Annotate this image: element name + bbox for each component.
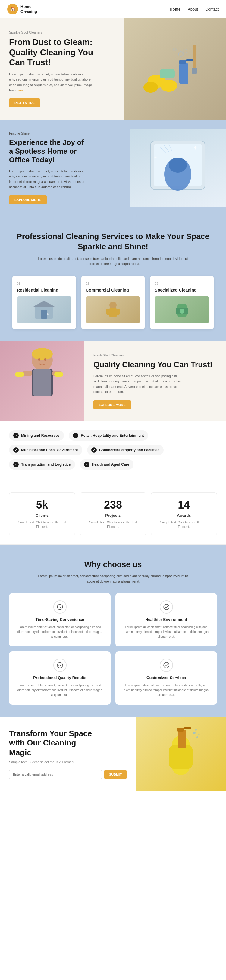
- custom-icon: [160, 659, 173, 672]
- nav-contact[interactable]: Contact: [205, 7, 219, 11]
- hero-image: [123, 18, 226, 119]
- experience-badge: Pristine Shine: [9, 132, 120, 135]
- stat-clients-label: Clients: [13, 513, 72, 518]
- why-card-health[interactable]: Healthier Environment Lorem ipsum dolor …: [115, 593, 217, 646]
- professional-section: Professional Cleaning Services to Make Y…: [0, 216, 226, 341]
- check-icon-health: ✓: [84, 462, 90, 467]
- quality-desc: Lorem ipsum dolor sit amet, consectetuer…: [93, 374, 184, 395]
- nav-links: Home About Contact: [170, 7, 219, 11]
- svg-rect-36: [23, 371, 32, 376]
- svg-rect-3: [179, 63, 188, 84]
- industry-health[interactable]: ✓ Health and Aged Care: [80, 459, 133, 469]
- hero-image-link[interactable]: here: [17, 88, 23, 92]
- industries-section: ✓ Mining and Resources ✓ Retail, Hospita…: [0, 422, 226, 483]
- service-card-residential[interactable]: 01 Residential Cleaning: [12, 276, 76, 329]
- hero-section: Sparkle Spot Cleaners From Dust to Gleam…: [0, 18, 226, 119]
- svg-point-43: [164, 604, 169, 610]
- experience-desc: Lorem ipsum dolor sit amet, consectetuer…: [9, 169, 87, 190]
- professional-desc: Lorem ipsum dolor sit amet, consectetuer…: [38, 256, 188, 267]
- svg-text:✦: ✦: [154, 155, 157, 160]
- experience-cta-button[interactable]: EXPLORE MORE: [9, 195, 47, 204]
- stat-awards: 14 Awards Sample text. Click to select t…: [151, 492, 217, 535]
- industry-row-1: ✓ Mining and Resources ✓ Retail, Hospita…: [9, 430, 217, 441]
- industry-row-2: ✓ Municipal and Local Government ✓ Comme…: [9, 445, 217, 455]
- svg-rect-27: [106, 309, 110, 315]
- svg-point-40: [38, 358, 40, 361]
- svg-rect-50: [184, 727, 191, 729]
- health-icon: [160, 600, 173, 614]
- why-card-quality[interactable]: Professional Quality Results Lorem ipsum…: [9, 651, 111, 705]
- svg-point-25: [109, 302, 117, 309]
- industry-municipal-label: Municipal and Local Government: [21, 448, 78, 452]
- svg-rect-35: [33, 369, 51, 396]
- quality-icon: [53, 659, 66, 672]
- svg-rect-37: [15, 372, 24, 377]
- card-num-1: 01: [17, 282, 20, 285]
- nav-home[interactable]: Home: [170, 7, 180, 11]
- industry-mining[interactable]: ✓ Mining and Resources: [9, 430, 64, 441]
- why-section: Why choose us Lorem ipsum dolor sit amet…: [0, 545, 226, 717]
- svg-point-44: [57, 662, 63, 668]
- logo[interactable]: 🏠 Home Cleaning: [7, 4, 37, 14]
- email-input[interactable]: [9, 770, 102, 779]
- email-form: SUBMIT: [9, 770, 126, 779]
- svg-rect-4: [179, 60, 186, 64]
- industry-retail[interactable]: ✓ Retail, Hospitality and Entertainment: [69, 430, 148, 441]
- svg-point-51: [193, 732, 196, 734]
- why-title: Why choose us: [9, 560, 217, 569]
- transform-sample-desc[interactable]: Sample text. Click to select the Text El…: [9, 760, 126, 764]
- card-num-2: 02: [86, 282, 89, 285]
- industry-mining-label: Mining and Resources: [21, 433, 60, 438]
- svg-point-1: [160, 80, 177, 92]
- check-icon-retail: ✓: [73, 433, 78, 438]
- stat-awards-desc[interactable]: Sample text. Click to select the Text El…: [154, 520, 213, 529]
- stat-clients-desc[interactable]: Sample text. Click to select the Text El…: [13, 520, 72, 529]
- why-card-custom[interactable]: Customized Services Lorem ipsum dolor si…: [115, 651, 217, 705]
- stat-projects-num: 238: [83, 499, 142, 511]
- logo-icon: 🏠: [7, 4, 18, 14]
- industry-transport[interactable]: ✓ Transportation and Logistics: [9, 459, 75, 469]
- service-card-commercial[interactable]: 02 Commercial Cleaning: [81, 276, 145, 329]
- hero-badge: Sparkle Spot Cleaners: [9, 30, 114, 34]
- svg-point-24: [47, 313, 49, 315]
- service-card-specialized[interactable]: 03 Specialized Cleaning: [150, 276, 214, 329]
- why-card-quality-desc: Lorem ipsum dolor sit amet, consectetuer…: [15, 683, 104, 697]
- stat-projects: 238 Projects Sample text. Click to selec…: [80, 492, 146, 535]
- stat-projects-desc[interactable]: Sample text. Click to select the Text El…: [83, 520, 142, 529]
- nav-about[interactable]: About: [188, 7, 198, 11]
- hero-cta-button[interactable]: READ MORE: [9, 99, 40, 107]
- stat-awards-num: 14: [154, 499, 213, 511]
- svg-rect-39: [54, 372, 63, 377]
- industry-health-label: Health and Aged Care: [92, 462, 129, 467]
- svg-rect-8: [160, 69, 175, 78]
- transform-title: Transform Your Space with Our Cleaning M…: [9, 729, 93, 757]
- hero-content: Sparkle Spot Cleaners From Dust to Gleam…: [0, 18, 123, 119]
- industry-commercial-label: Commercial Property and Facilities: [99, 448, 160, 452]
- svg-rect-28: [116, 309, 120, 315]
- industry-commercial[interactable]: ✓ Commercial Property and Facilities: [87, 445, 164, 455]
- svg-point-10: [173, 48, 176, 51]
- industry-municipal[interactable]: ✓ Municipal and Local Government: [9, 445, 82, 455]
- check-icon-municipal: ✓: [13, 447, 19, 453]
- svg-point-33: [32, 348, 53, 360]
- hero-illustration: [133, 33, 217, 105]
- svg-point-2: [144, 82, 158, 93]
- quality-cta-button[interactable]: EXPLORE MORE: [93, 400, 131, 409]
- why-desc: Lorem ipsum dolor sit amet, consectetuer…: [38, 573, 188, 584]
- transform-image: [136, 717, 226, 791]
- hero-title: From Dust to Gleam: Quality Cleaning You…: [9, 37, 100, 68]
- card-num-3: 03: [155, 282, 158, 285]
- svg-point-11: [183, 49, 187, 53]
- svg-point-9: [179, 52, 183, 56]
- why-card-time[interactable]: Time-Saving Convenience Lorem ipsum dolo…: [9, 593, 111, 646]
- quality-badge: Fresh Start Cleaners: [93, 353, 217, 357]
- stat-clients-num: 5k: [13, 499, 72, 511]
- quality-title: Quality Cleaning You Can Trust!: [93, 360, 217, 369]
- why-card-time-title: Time-Saving Convenience: [36, 617, 84, 622]
- card-image-residential: [17, 296, 71, 323]
- transform-section: Transform Your Space with Our Cleaning M…: [0, 717, 226, 791]
- submit-button[interactable]: SUBMIT: [104, 770, 126, 779]
- card-image-specialized: [155, 296, 209, 323]
- check-icon-mining: ✓: [13, 433, 19, 438]
- check-icon-transport: ✓: [13, 462, 19, 467]
